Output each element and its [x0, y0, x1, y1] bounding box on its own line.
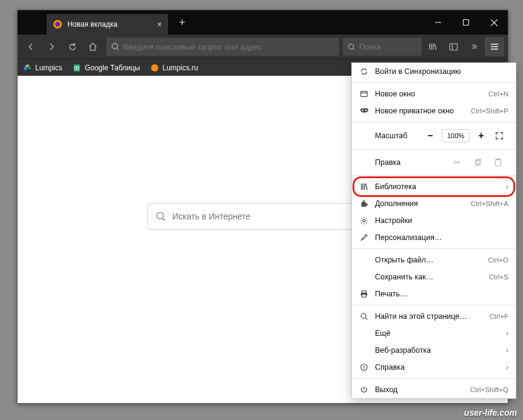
chevron-right-icon: ›: [506, 363, 508, 372]
menu-label: Ещё: [375, 329, 506, 338]
menu-edit: Правка ✂: [352, 152, 516, 173]
hamburger-menu-button[interactable]: [485, 37, 504, 56]
help-icon: ?: [359, 362, 369, 372]
home-button[interactable]: [83, 37, 103, 56]
brush-icon: [359, 233, 369, 242]
svg-line-25: [163, 218, 164, 220]
menu-open-file[interactable]: Открыть файл… Ctrl+O: [352, 252, 516, 268]
overflow-button[interactable]: [464, 37, 484, 56]
copy-button[interactable]: [467, 159, 488, 167]
library-icon: [359, 182, 369, 192]
menu-shortcut: Ctrl+F: [489, 313, 508, 320]
menu-quit[interactable]: Выход Ctrl+Shift+Q: [352, 381, 516, 398]
cut-button[interactable]: ✂: [447, 158, 467, 167]
menu-shortcut: Ctrl+Shift+A: [471, 200, 508, 207]
menu-find[interactable]: Найти на этой странице… Ctrl+F: [352, 308, 516, 325]
menu-webdev[interactable]: Веб-разработка ›: [352, 342, 516, 359]
bookmark-label: Lumpics: [35, 64, 62, 72]
zoom-value[interactable]: 100%: [442, 129, 470, 142]
window-controls: [424, 10, 508, 35]
menu-new-private[interactable]: Новое приватное окно Ctrl+Shift+P: [352, 102, 516, 119]
menu-shortcut: Ctrl+N: [488, 90, 508, 98]
newtab-search[interactable]: [147, 203, 378, 230]
menu-label: Справка: [375, 363, 506, 372]
menu-shortcut: Ctrl+Shift+Q: [470, 386, 508, 393]
svg-line-9: [353, 48, 354, 49]
zoom-out-button[interactable]: −: [421, 128, 439, 144]
menu-print[interactable]: Печать…: [352, 285, 516, 302]
menu-label: Новое приватное окно: [375, 107, 471, 115]
toolbar: [18, 35, 508, 59]
window-icon: [359, 89, 369, 99]
firefox-icon: [53, 19, 62, 29]
svg-point-1: [55, 22, 60, 27]
menu-customize[interactable]: Персонализация…: [352, 229, 516, 246]
menu-more[interactable]: Ещё ›: [352, 325, 516, 342]
url-bar[interactable]: [106, 38, 339, 56]
svg-point-28: [362, 110, 363, 111]
search-input[interactable]: [359, 42, 417, 52]
svg-line-13: [434, 44, 436, 50]
svg-rect-32: [496, 159, 501, 166]
puzzle-icon: [359, 199, 369, 208]
new-tab-button[interactable]: +: [179, 16, 186, 29]
search-bar[interactable]: [343, 38, 422, 56]
separator: [352, 122, 516, 122]
menu-library[interactable]: Библиотека ›: [352, 178, 516, 195]
menu-label: Выход: [375, 385, 470, 394]
back-button[interactable]: [21, 37, 41, 56]
url-input[interactable]: [123, 42, 334, 52]
minimize-button[interactable]: [424, 10, 452, 35]
active-tab[interactable]: Новая вкладка ×: [47, 14, 168, 35]
maximize-button[interactable]: [452, 10, 480, 35]
chevron-right-icon: ›: [506, 346, 508, 355]
tab-title: Новая вкладка: [67, 20, 157, 28]
paste-button[interactable]: [488, 158, 508, 167]
sidebar-button[interactable]: [444, 37, 463, 56]
bookmark-sheets[interactable]: Google Таблицы: [72, 63, 140, 73]
reload-button[interactable]: [62, 37, 82, 56]
menu-sync[interactable]: Войти в Синхронизацию: [352, 63, 516, 80]
menu-label: Настройки: [375, 216, 508, 225]
search-icon: [359, 312, 369, 321]
menu-settings[interactable]: Настройки: [352, 212, 516, 229]
menu-label: Новое окно: [375, 90, 488, 98]
search-icon: [155, 211, 166, 222]
menu-label: Открыть файл…: [375, 256, 488, 264]
search-icon: [111, 42, 120, 51]
menu-label: Персонализация…: [375, 233, 508, 242]
menu-label: Войти в Синхронизацию: [375, 67, 508, 76]
library-button[interactable]: [423, 37, 442, 56]
menu-label: Дополнения: [375, 199, 471, 208]
svg-point-38: [363, 219, 365, 222]
bookmark-lumpicsru[interactable]: Lumpics.ru: [150, 63, 198, 73]
fullscreen-button[interactable]: [490, 128, 508, 144]
menu-addons[interactable]: Дополнения Ctrl+Shift+A: [352, 195, 516, 212]
svg-rect-14: [450, 44, 457, 50]
menu-label: Сохранить как…: [375, 273, 489, 281]
bookmark-label: Lumpics.ru: [163, 64, 198, 72]
svg-rect-3: [464, 20, 469, 25]
svg-point-24: [157, 212, 163, 219]
power-icon: [359, 385, 369, 395]
chevron-right-icon: ›: [506, 182, 508, 191]
newtab-search-input[interactable]: [172, 212, 370, 221]
separator: [352, 378, 516, 379]
svg-point-29: [365, 110, 366, 111]
close-window-button[interactable]: [480, 10, 508, 35]
separator: [352, 175, 516, 176]
globe-icon: [150, 63, 160, 73]
mask-icon: [359, 106, 369, 116]
close-tab-icon[interactable]: ×: [157, 19, 162, 29]
bookmark-lumpics[interactable]: Lumpics: [22, 63, 62, 73]
menu-help[interactable]: ? Справка ›: [352, 359, 516, 376]
search-icon: [348, 43, 356, 51]
zoom-in-button[interactable]: +: [472, 128, 490, 144]
menu-label: Библиотека: [375, 182, 506, 191]
menu-save-as[interactable]: Сохранить как… Ctrl+S: [352, 268, 516, 285]
forward-button[interactable]: [42, 37, 61, 56]
print-icon: [359, 289, 369, 299]
svg-rect-26: [361, 92, 368, 97]
menu-shortcut: Ctrl+O: [488, 256, 508, 264]
menu-new-window[interactable]: Новое окно Ctrl+N: [352, 85, 516, 102]
